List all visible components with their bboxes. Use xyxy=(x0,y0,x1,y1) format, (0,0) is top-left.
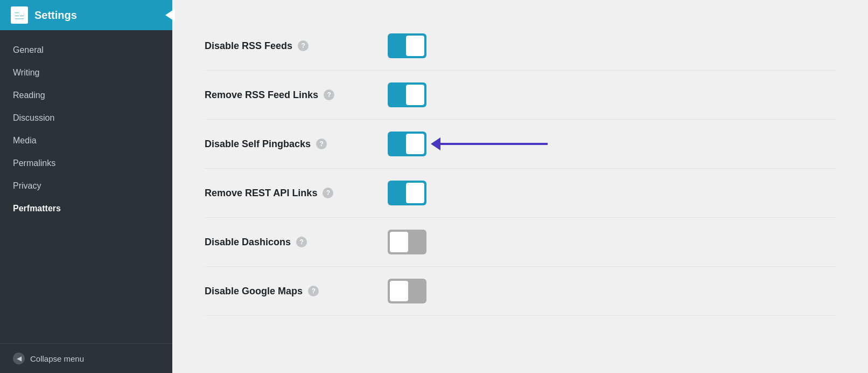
setting-label-remove-rest-api-links: Remove REST API Links ? xyxy=(205,188,388,199)
toggle-knob xyxy=(390,232,408,252)
toggle-disable-rss-feeds[interactable] xyxy=(388,33,426,58)
setting-row-disable-dashicons: Disable Dashicons ? xyxy=(205,218,836,267)
setting-label-disable-self-pingbacks: Disable Self Pingbacks ? xyxy=(205,139,388,150)
help-icon-disable-dashicons[interactable]: ? xyxy=(296,237,307,247)
sidebar-item-writing[interactable]: Writing xyxy=(0,61,172,84)
wp-logo xyxy=(11,6,28,24)
help-icon-disable-rss-feeds[interactable]: ? xyxy=(298,40,309,51)
collapse-menu-button[interactable]: ◀ Collapse menu xyxy=(0,343,172,373)
setting-row-disable-self-pingbacks: Disable Self Pingbacks ? xyxy=(205,120,836,169)
svg-rect-7 xyxy=(15,17,24,19)
arrow-annotation xyxy=(431,137,548,150)
help-icon-disable-self-pingbacks[interactable]: ? xyxy=(316,139,327,149)
collapse-menu-label: Collapse menu xyxy=(30,354,84,363)
setting-row-remove-rss-feed-links: Remove RSS Feed Links ? xyxy=(205,71,836,120)
sidebar: Settings General Writing Reading Discuss… xyxy=(0,0,172,373)
sidebar-item-perfmatters[interactable]: Perfmatters xyxy=(0,197,172,220)
svg-rect-6 xyxy=(20,11,24,16)
arrow-head xyxy=(431,137,440,150)
sidebar-nav: General Writing Reading Discussion Media… xyxy=(0,30,172,343)
collapse-icon: ◀ xyxy=(13,353,25,364)
settings-list: Disable RSS Feeds ? Remove RSS Feed Link… xyxy=(205,22,836,316)
sidebar-arrow-decoration xyxy=(165,9,175,22)
setting-row-disable-google-maps: Disable Google Maps ? xyxy=(205,267,836,316)
sidebar-header: Settings xyxy=(0,0,172,30)
main-content: Disable RSS Feeds ? Remove RSS Feed Link… xyxy=(172,0,868,373)
setting-label-disable-rss-feeds: Disable RSS Feeds ? xyxy=(205,40,388,52)
toggle-remove-rss-feed-links[interactable] xyxy=(388,82,426,107)
sidebar-title: Settings xyxy=(34,9,77,22)
svg-rect-5 xyxy=(15,13,19,16)
sidebar-item-media[interactable]: Media xyxy=(0,129,172,152)
help-icon-remove-rss-feed-links[interactable]: ? xyxy=(324,89,334,100)
help-icon-remove-rest-api-links[interactable]: ? xyxy=(323,188,333,198)
toggle-knob xyxy=(406,183,424,203)
toggle-knob xyxy=(390,281,408,301)
toggle-knob xyxy=(406,36,424,56)
setting-label-remove-rss-feed-links: Remove RSS Feed Links ? xyxy=(205,89,388,101)
sidebar-item-permalinks[interactable]: Permalinks xyxy=(0,152,172,175)
setting-label-disable-google-maps: Disable Google Maps ? xyxy=(205,286,388,297)
setting-row-disable-rss-feeds: Disable RSS Feeds ? xyxy=(205,22,836,71)
toggle-knob xyxy=(406,85,424,105)
toggle-remove-rest-api-links[interactable] xyxy=(388,181,426,205)
toggle-disable-dashicons[interactable] xyxy=(388,230,426,254)
setting-label-disable-dashicons: Disable Dashicons ? xyxy=(205,237,388,248)
sidebar-item-privacy[interactable]: Privacy xyxy=(0,175,172,197)
sidebar-item-discussion[interactable]: Discussion xyxy=(0,107,172,129)
toggle-disable-google-maps[interactable] xyxy=(388,279,426,303)
toggle-knob xyxy=(406,134,424,154)
help-icon-disable-google-maps[interactable]: ? xyxy=(308,286,319,296)
sidebar-item-reading[interactable]: Reading xyxy=(0,84,172,107)
setting-row-remove-rest-api-links: Remove REST API Links ? xyxy=(205,169,836,218)
sidebar-back-arrow xyxy=(152,9,162,22)
toggle-disable-self-pingbacks[interactable] xyxy=(388,132,426,156)
svg-rect-4 xyxy=(15,11,19,13)
arrow-line xyxy=(440,143,548,145)
sidebar-item-general[interactable]: General xyxy=(0,39,172,61)
